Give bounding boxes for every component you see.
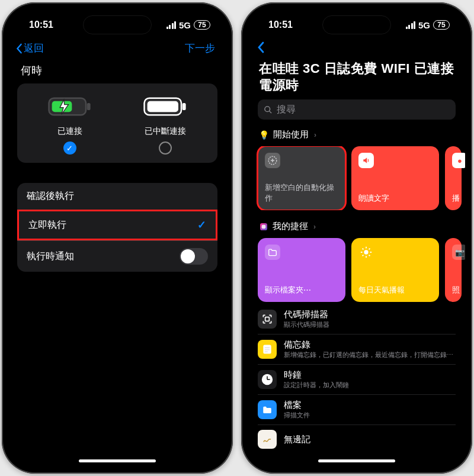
battery-pill: 75 xyxy=(433,20,450,30)
checkmark-icon: ✓ xyxy=(197,218,206,231)
radio-checked-icon[interactable]: ✓ xyxy=(63,141,76,155)
battery-charging-icon xyxy=(47,94,92,119)
row-notify-when-run[interactable]: 執行時通知 xyxy=(17,240,217,272)
tile-row-shortcuts: 顯示檔案夾⋯ 每日天氣播報 📷 照 xyxy=(248,238,465,302)
app-list: 代碼掃描器顯示代碼掃描器備忘錄新增備忘錄，已釘選的備忘錄，最近備忘錄，打開備忘錄… xyxy=(248,302,465,454)
note-icon xyxy=(258,340,277,359)
search-input[interactable]: 搜尋 xyxy=(258,99,456,120)
svg-rect-25 xyxy=(263,345,271,354)
nav-bar: 返回 下一步 xyxy=(9,37,226,63)
clock: 10:51 xyxy=(268,20,293,30)
app-row-files[interactable]: 檔案掃描文件 xyxy=(258,395,456,425)
tile-new-blank-automation[interactable]: 新增空白的自動化操作 xyxy=(258,146,345,210)
battery-icon xyxy=(143,94,188,119)
app-subtitle: 掃描文件 xyxy=(284,411,456,420)
home-indicator[interactable] xyxy=(79,459,156,462)
svg-line-22 xyxy=(369,249,370,250)
folder-icon xyxy=(265,245,280,260)
back-button[interactable] xyxy=(248,37,465,60)
svg-line-21 xyxy=(369,255,370,256)
photo-icon: 📷 xyxy=(452,245,465,260)
tile-broadcast[interactable]: ● 播 xyxy=(445,146,462,210)
app-row-scan[interactable]: 代碼掃描器顯示代碼掃描器 xyxy=(258,304,456,335)
toggle-switch[interactable] xyxy=(180,248,208,265)
network-label: 5G xyxy=(179,20,191,30)
radio-unchecked-icon[interactable] xyxy=(159,141,172,155)
svg-line-20 xyxy=(363,249,364,250)
clock-icon xyxy=(258,370,277,389)
run-options-list: 確認後執行 立即執行 ✓ 執行時通知 xyxy=(17,183,217,272)
app-subtitle: 顯示代碼掃描器 xyxy=(284,320,456,329)
sun-icon xyxy=(358,245,374,260)
chevron-right-icon: › xyxy=(314,131,316,139)
search-icon xyxy=(264,105,273,114)
battery-pill: 75 xyxy=(194,20,210,30)
signal-icon xyxy=(406,21,415,29)
next-button[interactable]: 下一步 xyxy=(185,41,215,55)
freeform-icon xyxy=(258,430,277,449)
files-icon xyxy=(258,400,277,419)
svg-line-23 xyxy=(363,255,364,256)
add-blank-icon xyxy=(265,153,280,168)
section-getting-started[interactable]: 💡 開始使用 › xyxy=(248,128,465,146)
page-title: 在哇哇 3C 日誌免費 WIFI 已連接電源時 xyxy=(248,60,465,99)
app-subtitle: 設定計時器，加入鬧鐘 xyxy=(284,381,456,390)
trigger-card: 已連接 ✓ 已中斷連接 xyxy=(17,83,217,163)
app-row-clock[interactable]: 時鐘設定計時器，加入鬧鐘 xyxy=(258,365,456,395)
tile-photo[interactable]: 📷 照 xyxy=(445,238,462,302)
app-subtitle: 新增備忘錄，已釘選的備忘錄，最近備忘錄，打開備忘錄⋯ xyxy=(284,350,456,359)
svg-line-9 xyxy=(269,111,271,113)
dynamic-island xyxy=(83,15,152,34)
svg-point-15 xyxy=(364,250,368,255)
svg-rect-2 xyxy=(87,103,90,110)
option-connected[interactable]: 已連接 ✓ xyxy=(22,94,117,155)
app-row-freeform[interactable]: 無邊記 xyxy=(258,425,456,454)
signal-icon xyxy=(166,21,176,29)
speaker-icon xyxy=(358,153,374,168)
option-disconnected[interactable]: 已中斷連接 xyxy=(117,94,213,155)
svg-rect-24 xyxy=(265,317,270,321)
lightbulb-icon: 💡 xyxy=(259,130,269,140)
svg-rect-14 xyxy=(262,224,266,229)
app-row-note[interactable]: 備忘錄新增備忘錄，已釘選的備忘錄，最近備忘錄，打開備忘錄⋯ xyxy=(258,335,456,365)
app-name: 時鐘 xyxy=(284,369,456,381)
app-name: 檔案 xyxy=(284,400,456,411)
tile-speak-text[interactable]: 朗讀文字 xyxy=(351,146,439,210)
shortcuts-icon xyxy=(259,222,268,231)
back-button[interactable]: 返回 xyxy=(16,41,44,55)
tile-row-start: 新增空白的自動化操作 朗讀文字 ● 播 xyxy=(248,146,465,210)
row-confirm-then-run[interactable]: 確認後執行 xyxy=(17,183,217,210)
broadcast-icon: ● xyxy=(452,153,465,168)
svg-rect-6 xyxy=(147,101,178,112)
app-name: 無邊記 xyxy=(284,434,456,445)
network-label: 5G xyxy=(418,20,430,30)
home-indicator[interactable] xyxy=(318,459,395,462)
chevron-left-icon xyxy=(16,43,23,54)
tile-daily-weather[interactable]: 每日天氣播報 xyxy=(351,238,439,302)
chevron-right-icon: › xyxy=(313,223,316,231)
svg-rect-5 xyxy=(182,103,185,110)
svg-point-8 xyxy=(265,107,270,112)
section-when: 何時 xyxy=(9,63,226,83)
dynamic-island xyxy=(322,15,391,34)
phone-right: 10:51 5G 75 在哇哇 3C 日誌免費 WIFI 已連接電源時 搜尋 💡… xyxy=(241,2,472,474)
app-name: 代碼掃描器 xyxy=(284,309,456,320)
row-run-immediately[interactable]: 立即執行 ✓ xyxy=(17,210,217,240)
app-name: 備忘錄 xyxy=(284,339,456,350)
clock: 10:51 xyxy=(29,20,53,30)
chevron-left-icon xyxy=(258,41,265,53)
section-my-shortcuts[interactable]: 我的捷徑 › xyxy=(248,220,465,238)
tile-show-folder[interactable]: 顯示檔案夾⋯ xyxy=(258,238,345,302)
scan-icon xyxy=(258,310,277,329)
phone-left: 10:51 5G 75 返回 下一步 何時 已連接 ✓ xyxy=(2,2,233,474)
